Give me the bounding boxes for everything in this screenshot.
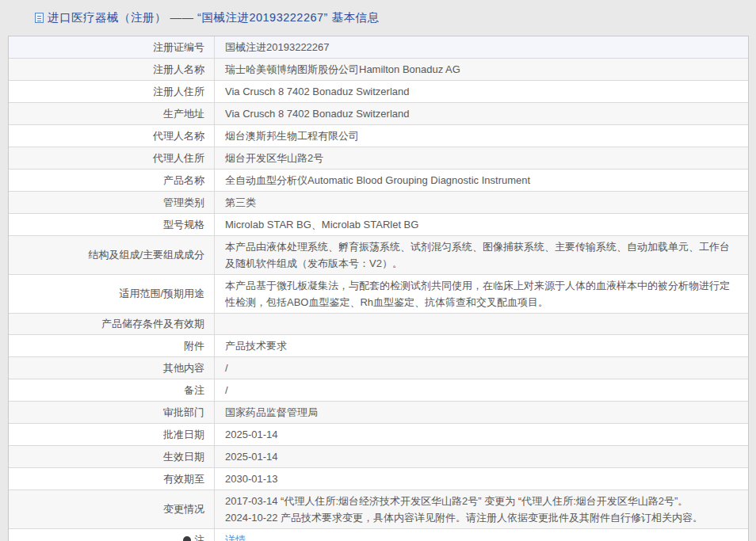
row-value: 第三类	[215, 192, 748, 213]
row-value-text: 2030-01-13	[225, 471, 735, 487]
row-label-text: 型号规格	[163, 217, 204, 233]
row-label: 产品名称	[9, 170, 215, 191]
row-value: Via Crusch 8 7402 Bonaduz Switzerland	[215, 81, 748, 102]
row-label: 有效期至	[9, 468, 215, 490]
row-value: 烟台澳斯邦生物工程有限公司	[215, 125, 748, 147]
row-value: /	[215, 379, 748, 401]
table-row: 型号规格Microlab STAR BG、Microlab STARlet BG	[9, 213, 748, 235]
row-label-text: 附件	[184, 338, 204, 354]
table-row: 生效日期2025-01-14	[9, 445, 748, 467]
row-label: 产品储存条件及有效期	[9, 314, 215, 334]
row-label-text: 产品储存条件及有效期	[101, 316, 204, 332]
row-label-text: 审批部门	[163, 405, 204, 421]
row-value	[215, 314, 748, 334]
row-label-text: 注册人住所	[153, 84, 204, 100]
page-header: 进口医疗器械（注册） —— “国械注进20193222267” 基本信息	[0, 0, 756, 25]
row-label: 注册证编号	[9, 36, 215, 58]
row-label: 批准日期	[9, 424, 215, 445]
row-value: 产品技术要求	[215, 335, 748, 356]
row-value-text: 产品技术要求	[225, 337, 735, 354]
row-label-text: 注	[194, 532, 204, 541]
details-link[interactable]: 详情	[225, 531, 246, 541]
row-label: 管理类别	[9, 192, 215, 213]
row-label: 代理人名称	[9, 125, 215, 147]
row-label: 审批部门	[9, 402, 215, 423]
row-label-text: 代理人名称	[153, 128, 204, 144]
row-label: 生效日期	[9, 446, 215, 467]
row-value-text: Microlab STAR BG、Microlab STARlet BG	[225, 216, 735, 233]
row-label-text: 有效期至	[163, 471, 204, 487]
row-value: 2030-01-13	[215, 468, 748, 490]
table-row: 管理类别第三类	[9, 191, 748, 213]
row-label-text: 其他内容	[163, 360, 204, 376]
row-value-text: 烟台开发区华山路2号	[225, 150, 735, 166]
table-row: 附件产品技术要求	[9, 334, 748, 356]
row-value-text: 第三类	[225, 194, 735, 211]
row-value: 全自动血型分析仪Automatic Blood Grouping Diagnos…	[215, 170, 748, 191]
document-icon	[35, 13, 44, 23]
table-row: 注册人住所Via Crusch 8 7402 Bonaduz Switzerla…	[9, 80, 748, 102]
table-row: 其他内容/	[9, 356, 748, 379]
row-value: Microlab STAR BG、Microlab STARlet BG	[215, 214, 748, 235]
row-label-text: 生效日期	[163, 449, 204, 465]
row-value: 2025-01-14	[215, 446, 748, 467]
row-label: 注册人住所	[9, 81, 215, 102]
row-label-text: 注册证编号	[153, 40, 204, 55]
row-value: 烟台开发区华山路2号	[215, 147, 748, 169]
row-value: 2025-01-14	[215, 424, 748, 445]
table-row: 审批部门国家药品监督管理局	[9, 401, 748, 423]
table-row: 注册人名称瑞士哈美顿博纳图斯股份公司Hamilton Bonaduz AG	[9, 58, 748, 80]
row-label: 注	[9, 529, 215, 541]
row-label-text: 管理类别	[163, 195, 204, 211]
row-label-text: 产品名称	[163, 173, 204, 189]
row-value-text: 2025-01-14	[225, 448, 735, 465]
row-value: /	[215, 357, 748, 379]
row-label: 生产地址	[9, 103, 215, 124]
table-row: 代理人名称烟台澳斯邦生物工程有限公司	[9, 124, 748, 147]
row-label: 注册人名称	[9, 59, 215, 80]
row-value-text: /	[225, 360, 735, 376]
row-value-text: 本产品由液体处理系统、孵育振荡系统、试剂混匀系统、图像捕获系统、主要传输系统、自…	[225, 238, 735, 272]
row-label-text: 注册人名称	[153, 62, 204, 78]
row-value-text: /	[225, 382, 735, 398]
row-value-text: 全自动血型分析仪Automatic Blood Grouping Diagnos…	[225, 172, 735, 189]
table-row: 注册证编号国械注进20193222267	[9, 36, 748, 58]
table-row: 生产地址Via Crusch 8 7402 Bonaduz Switzerlan…	[9, 102, 748, 124]
table-row: 产品储存条件及有效期	[9, 313, 748, 334]
table-row: 注详情	[9, 528, 748, 541]
row-label-text: 适用范围/预期用途	[119, 286, 204, 302]
row-label-text: 变更情况	[163, 501, 204, 517]
change-line: 2017-03-14 “代理人住所:烟台经济技术开发区华山路2号” 变更为 “代…	[225, 493, 735, 509]
row-label: 变更情况	[9, 490, 215, 528]
row-label-text: 批准日期	[163, 427, 204, 443]
row-value: 国械注进20193222267	[215, 36, 748, 58]
page-title: 进口医疗器械（注册） —— “国械注进20193222267” 基本信息	[48, 10, 379, 25]
row-value: 2017-03-14 “代理人住所:烟台经济技术开发区华山路2号” 变更为 “代…	[215, 490, 748, 528]
row-value-text: 本产品基于微孔板凝集法，与配套的检测试剂共同使用，在临床上对来源于人体的血液样本…	[225, 277, 735, 311]
row-label: 结构及组成/主要组成成分	[9, 236, 215, 274]
row-label-text: 代理人住所	[153, 150, 204, 166]
row-label-text: 生产地址	[163, 106, 204, 122]
table-row: 变更情况2017-03-14 “代理人住所:烟台经济技术开发区华山路2号” 变更…	[9, 490, 748, 528]
row-value: 国家药品监督管理局	[215, 402, 748, 423]
row-label: 备注	[9, 379, 215, 401]
row-value-text: 瑞士哈美顿博纳图斯股份公司Hamilton Bonaduz AG	[225, 61, 735, 78]
row-label: 代理人住所	[9, 147, 215, 169]
row-value: 本产品由液体处理系统、孵育振荡系统、试剂混匀系统、图像捕获系统、主要传输系统、自…	[215, 236, 748, 274]
row-value: 本产品基于微孔板凝集法，与配套的检测试剂共同使用，在临床上对来源于人体的血液样本…	[215, 275, 748, 313]
row-value-text: 烟台澳斯邦生物工程有限公司	[225, 128, 735, 144]
row-value: Via Crusch 8 7402 Bonaduz Switzerland	[215, 103, 748, 124]
row-label: 适用范围/预期用途	[9, 275, 215, 313]
change-line: 2024-10-22 产品技术要求变更，具体内容详见附件。请注册人依据变更批件及…	[225, 509, 735, 526]
row-label: 其他内容	[9, 357, 215, 379]
table-row: 代理人住所烟台开发区华山路2号	[9, 147, 748, 169]
note-icon	[183, 536, 191, 541]
table-row: 备注/	[9, 379, 748, 401]
row-value-text: Via Crusch 8 7402 Bonaduz Switzerland	[225, 83, 735, 100]
info-table: 注册证编号国械注进20193222267注册人名称瑞士哈美顿博纳图斯股份公司Ha…	[8, 36, 749, 541]
table-row: 产品名称全自动血型分析仪Automatic Blood Grouping Dia…	[9, 169, 748, 191]
table-row: 批准日期2025-01-14	[9, 423, 748, 445]
row-label: 型号规格	[9, 214, 215, 235]
row-value: 瑞士哈美顿博纳图斯股份公司Hamilton Bonaduz AG	[215, 59, 748, 80]
row-value-text: 2025-01-14	[225, 426, 735, 443]
